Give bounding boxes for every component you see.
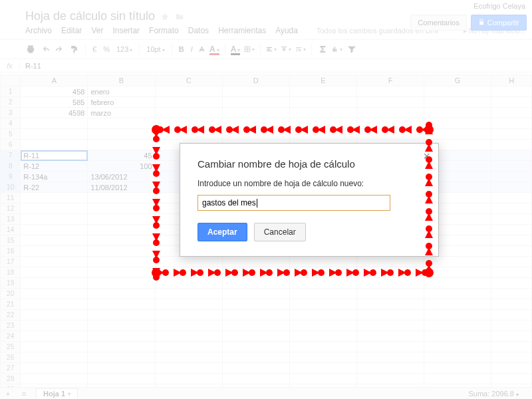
cell[interactable] [356, 374, 424, 384]
cell[interactable] [289, 108, 356, 118]
cell[interactable] [491, 97, 532, 108]
chart-icon[interactable] [332, 44, 342, 55]
cell[interactable] [222, 108, 289, 118]
cell[interactable] [222, 86, 289, 97]
row-header[interactable]: 21 [1, 299, 21, 310]
cell[interactable] [21, 235, 88, 246]
row-header[interactable]: 6 [1, 140, 21, 150]
cell[interactable] [491, 161, 532, 172]
cell[interactable] [356, 289, 424, 299]
font-size-select[interactable]: 10pt [145, 45, 166, 53]
cell[interactable] [491, 172, 532, 182]
add-sheet-button[interactable]: + [0, 390, 16, 398]
cell[interactable] [21, 278, 88, 289]
cell[interactable] [88, 129, 155, 140]
cell[interactable] [289, 321, 356, 331]
paint-format-icon[interactable] [69, 44, 80, 55]
comments-button[interactable]: Comentarios [410, 15, 466, 31]
menu-herramientas[interactable]: Herramientas [218, 26, 266, 35]
cell[interactable] [21, 289, 88, 299]
cell[interactable] [356, 267, 424, 278]
row-header[interactable]: 14 [1, 225, 21, 235]
cell[interactable] [21, 321, 88, 331]
row-header[interactable]: 17 [1, 257, 21, 267]
cell[interactable] [289, 257, 356, 267]
cell[interactable] [88, 363, 155, 374]
cell[interactable] [289, 129, 356, 140]
cell[interactable] [155, 342, 222, 352]
col-header-D[interactable]: D [222, 75, 289, 86]
row-header[interactable]: 28 [1, 374, 21, 384]
cell[interactable] [88, 289, 155, 299]
cell[interactable]: 45 [88, 150, 155, 161]
cell[interactable] [21, 363, 88, 374]
accept-button[interactable]: Aceptar [198, 223, 247, 241]
row-header[interactable]: 18 [1, 267, 21, 278]
cell[interactable] [155, 257, 222, 267]
cell[interactable] [88, 193, 155, 203]
cell[interactable] [222, 363, 289, 374]
cell[interactable] [155, 299, 222, 310]
cell[interactable] [289, 342, 356, 352]
cell[interactable] [289, 118, 356, 129]
cell[interactable] [88, 203, 155, 214]
cell[interactable] [155, 331, 222, 342]
cell[interactable] [222, 267, 289, 278]
cell[interactable] [222, 129, 289, 140]
cell[interactable] [289, 86, 356, 97]
redo-icon[interactable] [55, 44, 65, 55]
cell[interactable] [289, 97, 356, 108]
strike-button[interactable]: A [198, 45, 205, 53]
close-icon[interactable]: × [423, 150, 430, 162]
row-header[interactable]: 8 [1, 161, 21, 172]
status-sum[interactable]: Suma: 2096.8 ▾ [468, 390, 519, 398]
row-header[interactable]: 9 [1, 172, 21, 182]
cell[interactable]: R-12 [21, 161, 88, 172]
cell[interactable] [491, 182, 532, 193]
cell[interactable] [88, 214, 155, 225]
row-header[interactable]: 3 [1, 108, 21, 118]
cell[interactable] [222, 374, 289, 384]
cell[interactable] [21, 310, 88, 321]
row-header[interactable]: 12 [1, 203, 21, 214]
cell[interactable] [491, 225, 532, 235]
cell[interactable] [491, 310, 532, 321]
row-header[interactable]: 15 [1, 235, 21, 246]
cell[interactable] [289, 310, 356, 321]
undo-icon[interactable] [40, 44, 51, 55]
cell[interactable] [424, 267, 491, 278]
cell[interactable] [424, 352, 491, 363]
cell[interactable] [155, 267, 222, 278]
star-icon[interactable] [160, 12, 170, 21]
cell[interactable] [88, 331, 155, 342]
row-header[interactable]: 7 [1, 150, 21, 161]
cell[interactable] [491, 374, 532, 384]
cell[interactable] [155, 108, 222, 118]
cell[interactable] [356, 278, 424, 289]
cell[interactable] [88, 299, 155, 310]
cell[interactable] [289, 289, 356, 299]
cell[interactable] [21, 225, 88, 235]
cell[interactable] [21, 352, 88, 363]
cell[interactable] [88, 267, 155, 278]
cell[interactable] [491, 150, 532, 161]
cell[interactable] [289, 374, 356, 384]
wrap-icon[interactable] [295, 44, 306, 55]
cell[interactable] [356, 97, 424, 108]
cell[interactable] [491, 246, 532, 257]
col-header-B[interactable]: B [88, 75, 155, 86]
cell[interactable]: febrero [88, 97, 155, 108]
cell[interactable] [491, 299, 532, 310]
cancel-button[interactable]: Cancelar [254, 223, 306, 241]
cell[interactable] [491, 108, 532, 118]
col-header-G[interactable]: G [424, 75, 491, 86]
cell[interactable] [491, 140, 532, 150]
cell[interactable] [289, 278, 356, 289]
rename-input[interactable]: gastos del mes [198, 195, 390, 211]
cell[interactable] [88, 140, 155, 150]
cell[interactable] [21, 374, 88, 384]
cell[interactable] [491, 342, 532, 352]
cell[interactable] [222, 331, 289, 342]
cell[interactable] [155, 289, 222, 299]
cell[interactable] [424, 108, 491, 118]
